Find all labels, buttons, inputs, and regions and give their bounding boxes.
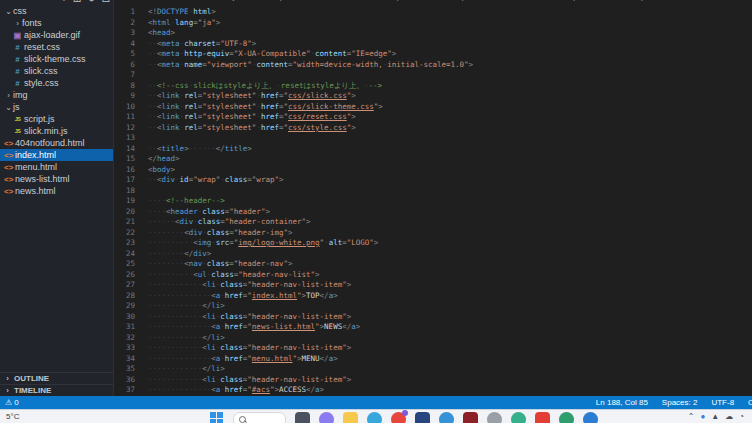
- breadcrumb-item[interactable]: li: [679, 0, 691, 1]
- app-teal-icon[interactable]: [511, 412, 526, 423]
- breadcrumb-item[interactable]: div.wrap: [247, 0, 284, 1]
- code-line-content: ············<li·class="header-nav-list-i…: [148, 343, 351, 354]
- file-tree-item-slick-css[interactable]: #slick.css: [0, 65, 113, 77]
- file-tree-item-slick-theme-css[interactable]: #slick-theme.css: [0, 53, 113, 65]
- breadcrumb-item[interactable]: ul.wrap-kv-list: [612, 0, 669, 1]
- breadcrumb-item[interactable]: html: [177, 0, 200, 1]
- file-tree-item-css[interactable]: ⌄css: [0, 5, 113, 17]
- code-line[interactable]: 14··<title>······</title>: [114, 144, 752, 155]
- code-line[interactable]: 21······<div·class="header-container">: [114, 217, 752, 228]
- file-tree-item-img[interactable]: ›img: [0, 89, 113, 101]
- tray-status-icon[interactable]: ◔: [739, 412, 744, 421]
- file-tree-item-404notfound-html[interactable]: <>404notfound.html: [0, 137, 113, 149]
- code-line[interactable]: 34··············<a·href="menu.html">MENU…: [114, 354, 752, 365]
- code-line[interactable]: 4··<meta·charset="UTF-8">: [114, 39, 752, 50]
- editor[interactable]: index.html›html›body›div.wrap›main›secti…: [114, 0, 752, 396]
- code-line[interactable]: 32············</li>: [114, 333, 752, 344]
- code-line[interactable]: 15</head>: [114, 154, 752, 165]
- file-tree-item-label: slick-theme.css: [24, 54, 86, 64]
- problems-indicator[interactable]: ⚠ 0: [5, 398, 19, 407]
- code-area[interactable]: 1<!DOCTYPE·html>2<html·lang="ja">3<head>…: [114, 7, 752, 396]
- code-line[interactable]: 27············<li·class="header-nav-list…: [114, 280, 752, 291]
- search-box[interactable]: [233, 412, 286, 423]
- code-line[interactable]: 26··········<ul·class="header-nav-list">: [114, 270, 752, 281]
- code-line[interactable]: 10··<link·rel="stylesheet"·href="css/sli…: [114, 102, 752, 113]
- photos-icon[interactable]: [463, 412, 478, 423]
- indentation-setting[interactable]: Spaces: 2: [662, 398, 698, 407]
- code-line[interactable]: 1<!DOCTYPE·html>: [114, 7, 752, 18]
- file-tree-item-reset-css[interactable]: #reset.css: [0, 41, 113, 53]
- breadcrumb-item[interactable]: body: [211, 0, 236, 1]
- timeline-panel[interactable]: › TIMELINE: [0, 384, 113, 396]
- code-line[interactable]: 31··············<a·href="news-list.html"…: [114, 322, 752, 333]
- code-line[interactable]: 20····<header·class="header">: [114, 207, 752, 218]
- code-line[interactable]: 24········</div>: [114, 249, 752, 260]
- code-line[interactable]: 6··<meta·name="viewport"·content="width=…: [114, 60, 752, 71]
- code-line[interactable]: 9··<link·rel="stylesheet"·href="css/slic…: [114, 91, 752, 102]
- code-line[interactable]: 19····<!--header-->: [114, 196, 752, 207]
- code-line[interactable]: 30············<li·class="header-nav-list…: [114, 312, 752, 323]
- tray-shield-icon[interactable]: ▲: [711, 412, 719, 421]
- code-line[interactable]: 3<head>: [114, 28, 752, 39]
- youtube-icon[interactable]: [535, 412, 550, 423]
- file-tree-item-news-html[interactable]: <>news.html: [0, 185, 113, 197]
- tray-app-blue-icon[interactable]: ●: [700, 412, 705, 421]
- code-line[interactable]: 28··············<a·href="index.html">TOP…: [114, 291, 752, 302]
- mail-badge-icon[interactable]: [391, 412, 406, 423]
- mail-check-icon[interactable]: [583, 412, 598, 423]
- file-tree-item-news-list-html[interactable]: <>news-list.html: [0, 173, 113, 185]
- line-number: 14: [114, 144, 135, 155]
- breadcrumb-item[interactable]: div.mainwrap-kv-container: [412, 0, 513, 1]
- code-line[interactable]: 22········<div·class="header-img">: [114, 228, 752, 239]
- code-line[interactable]: 8··<!--css·slickはstyleより上。·resetはstyleより…: [114, 81, 752, 92]
- breadcrumb-item[interactable]: main: [295, 0, 320, 1]
- cursor-position[interactable]: Ln 188, Col 85: [596, 398, 648, 407]
- file-tree-item-style-css[interactable]: #style.css: [0, 77, 113, 89]
- task-view-icon[interactable]: [295, 412, 310, 423]
- code-line[interactable]: 5··<meta·http-equiv="X-UA-Compatible"·co…: [114, 49, 752, 60]
- weather-widget[interactable]: 5°C: [6, 412, 19, 421]
- code-line[interactable]: 18: [114, 186, 752, 197]
- code-line[interactable]: 11··<link·rel="stylesheet"·href="css/res…: [114, 112, 752, 123]
- encoding-setting[interactable]: UTF-8: [711, 398, 734, 407]
- file-tree-item-js[interactable]: ⌄js: [0, 101, 113, 113]
- code-line[interactable]: 16<body>: [114, 165, 752, 176]
- line-number: 27: [114, 280, 135, 291]
- tray-cloud-icon[interactable]: ☁: [725, 412, 733, 421]
- breadcrumb-item[interactable]: div.mainwrap-kv-list: [523, 0, 601, 1]
- copilot-icon[interactable]: [319, 412, 334, 423]
- code-line[interactable]: 7: [114, 70, 752, 81]
- code-line[interactable]: 29············</li>: [114, 301, 752, 312]
- code-line[interactable]: 37··············<a·href="#acs">ACCESS</a…: [114, 385, 752, 396]
- code-line[interactable]: 23··········<img·src="img/logo-white.png…: [114, 238, 752, 249]
- code-line[interactable]: 33············<li·class="header-nav-list…: [114, 343, 752, 354]
- code-line[interactable]: 25········<nav·class="header-nav">: [114, 259, 752, 270]
- outline-panel[interactable]: › OUTLINE: [0, 372, 113, 384]
- code-line[interactable]: 13: [114, 133, 752, 144]
- file-tree-item-fonts[interactable]: ›fonts: [0, 17, 113, 29]
- app-navy-icon[interactable]: [415, 412, 430, 423]
- code-line[interactable]: 36············<li·class="header-nav-list…: [114, 375, 752, 386]
- edge-icon[interactable]: [367, 412, 382, 423]
- skype-icon[interactable]: [439, 412, 454, 423]
- file-tree-item-script-js[interactable]: JSscript.js: [0, 113, 113, 125]
- start-button[interactable]: [210, 412, 224, 423]
- code-line[interactable]: 12··<link·rel="stylesheet"·href="css/sty…: [114, 123, 752, 134]
- file-tree-item-slick-min-js[interactable]: JSslick.min.js: [0, 125, 113, 137]
- eol-setting[interactable]: CRLF: [748, 398, 752, 407]
- breadcrumb-item[interactable]: index.html: [122, 0, 166, 1]
- chevron-right-icon: ›: [4, 386, 11, 395]
- settings-icon[interactable]: [487, 412, 502, 423]
- code-line[interactable]: 17··<div·id="wrap"·class="wrap">: [114, 175, 752, 186]
- breadcrumb-item[interactable]: section.mainwrap: [331, 0, 401, 1]
- code-line-content: ····<header·class="header">: [148, 207, 270, 218]
- chevron-right-icon: ›: [4, 91, 13, 100]
- file-tree-item-ajax-loader-gif[interactable]: ▣ajax-loader.gif: [0, 29, 113, 41]
- file-tree-item-menu-html[interactable]: <>menu.html: [0, 161, 113, 173]
- file-tree-item-index-html[interactable]: <>index.html: [0, 149, 113, 161]
- code-line[interactable]: 35············</li>: [114, 364, 752, 375]
- file-explorer-icon[interactable]: [343, 412, 358, 423]
- edge-dev-icon[interactable]: [559, 412, 574, 423]
- tray-expand-icon[interactable]: ⌃: [688, 412, 695, 421]
- code-line[interactable]: 2<html·lang="ja">: [114, 18, 752, 29]
